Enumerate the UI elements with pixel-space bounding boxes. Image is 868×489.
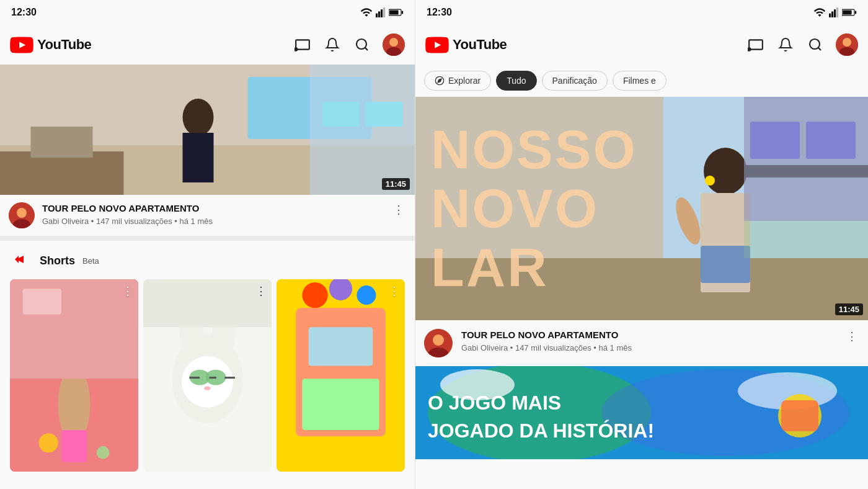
short-card-3[interactable]: ⋮	[277, 279, 405, 472]
avatar-right[interactable]	[836, 34, 858, 56]
svg-rect-20	[183, 133, 214, 182]
svg-rect-21	[310, 65, 415, 195]
svg-rect-56	[834, 9, 836, 17]
svg-rect-54	[829, 14, 831, 17]
yt-logo-right: YouTube	[425, 37, 742, 53]
svg-rect-18	[31, 127, 93, 158]
video-sub-right: Gabi Oliveira • 147 mil visualizações • …	[461, 343, 836, 352]
cast-icon-left	[294, 38, 311, 52]
svg-rect-23	[366, 102, 403, 127]
channel-avatar-img-left	[9, 202, 35, 228]
header-right: YouTube	[415, 25, 868, 65]
svg-rect-100	[781, 400, 818, 431]
video-title-left: TOUR PELO NOVO APARTAMENTO	[42, 202, 384, 215]
second-video-thumb[interactable]: O JOGO MAIS JOGADO DA HISTÓRIA!	[415, 366, 868, 459]
video-info-right: TOUR PELO NOVO APARTAMENTO Gabi Oliveira…	[415, 320, 868, 366]
svg-point-12	[389, 38, 398, 47]
battery-icon	[389, 8, 404, 17]
channel-avatar-img-right	[424, 329, 453, 357]
compass-icon	[435, 76, 445, 86]
signal-icon	[376, 7, 386, 17]
video-title-right: TOUR PELO NOVO APARTAMENTO	[461, 329, 836, 341]
main-video-thumb-right[interactable]: NOSSO NOVO LAR 11:45	[415, 97, 868, 320]
short-more-btn-2[interactable]: ⋮	[255, 284, 267, 298]
notifications-button-left[interactable]	[323, 35, 342, 54]
svg-rect-49	[309, 327, 373, 366]
duration-badge-right: 11:45	[835, 303, 863, 315]
svg-rect-1	[378, 11, 380, 17]
left-panel: 12:30	[0, 0, 415, 489]
yt-logo-text-right: YouTube	[453, 37, 507, 53]
shorts-header: Shorts Beta	[10, 249, 405, 272]
more-options-left[interactable]: ⋮	[391, 202, 406, 217]
svg-rect-61	[749, 40, 763, 49]
notifications-button-right[interactable]	[776, 35, 795, 54]
filter-chip-panificacao[interactable]: Panificação	[542, 71, 608, 91]
yt-logo-left: YouTube	[10, 37, 288, 53]
svg-rect-3	[383, 7, 385, 17]
svg-rect-44	[224, 377, 235, 379]
svg-point-76	[704, 148, 747, 195]
svg-rect-0	[376, 14, 378, 17]
youtube-logo-icon-left	[10, 37, 33, 53]
svg-point-8	[294, 47, 298, 52]
svg-rect-29	[61, 430, 87, 462]
search-button-left[interactable]	[353, 35, 371, 54]
svg-rect-5	[389, 10, 398, 14]
svg-rect-60	[855, 11, 856, 14]
status-icons-left	[360, 7, 404, 17]
svg-point-32	[97, 446, 110, 459]
cast-button-left[interactable]	[293, 35, 312, 54]
status-time-right: 12:30	[427, 7, 452, 18]
short-card-1[interactable]: ⋮	[10, 279, 138, 472]
bell-icon-left	[325, 37, 340, 52]
video-thumb-top[interactable]: 11:45	[0, 65, 415, 195]
video-sub-left: Gabi Oliveira • 147 mil visualizações • …	[42, 217, 384, 226]
svg-point-51	[302, 282, 327, 308]
short-scene-1	[10, 279, 138, 472]
search-button-right[interactable]	[806, 35, 825, 54]
svg-text:NOVO: NOVO	[431, 177, 599, 239]
shorts-label: Shorts	[40, 254, 75, 267]
yt-logo-text-left: YouTube	[37, 37, 91, 53]
filter-chip-tudo[interactable]: Tudo	[496, 71, 536, 91]
svg-rect-50	[302, 379, 379, 430]
avatar-image-left	[383, 34, 405, 56]
svg-rect-43	[190, 377, 200, 379]
header-icons-right	[746, 34, 858, 56]
svg-point-9	[356, 39, 366, 49]
svg-rect-7	[296, 40, 309, 49]
status-icons-right	[813, 7, 857, 17]
duration-badge-left: 11:45	[382, 178, 410, 190]
more-options-right[interactable]: ⋮	[844, 329, 859, 344]
wifi-icon	[360, 7, 373, 17]
channel-avatar-right[interactable]	[424, 329, 453, 357]
header-left: YouTube	[0, 25, 415, 65]
main-thumb-svg: NOSSO NOVO LAR	[415, 97, 868, 320]
svg-text:NOSSO: NOSSO	[431, 119, 637, 180]
filter-panificacao-label: Panificação	[552, 76, 597, 86]
cast-button-right[interactable]	[746, 35, 765, 54]
video-info-row-left: TOUR PELO NOVO APARTAMENTO Gabi Oliveira…	[0, 195, 415, 236]
filter-chip-filmes[interactable]: Filmes e	[613, 71, 666, 91]
svg-text:LAR: LAR	[431, 236, 549, 298]
short-card-2[interactable]: ⋮	[143, 279, 272, 472]
video-meta-right: TOUR PELO NOVO APARTAMENTO Gabi Oliveira…	[461, 329, 836, 352]
short-more-btn-3[interactable]: ⋮	[389, 284, 400, 298]
right-panel: 12:30	[415, 0, 868, 489]
svg-point-62	[748, 47, 751, 52]
svg-rect-84	[744, 97, 868, 258]
youtube-logo-icon-right	[425, 37, 449, 53]
shorts-section: Shorts Beta ⋮	[0, 241, 415, 478]
filter-chip-explorar[interactable]: Explorar	[424, 71, 491, 91]
channel-avatar-left[interactable]	[9, 202, 35, 228]
video-meta-left: TOUR PELO NOVO APARTAMENTO Gabi Oliveira…	[42, 202, 384, 226]
svg-point-45	[204, 387, 210, 390]
avatar-left[interactable]	[383, 34, 405, 56]
header-icons-left	[293, 34, 405, 56]
status-bar-left: 12:30	[0, 0, 415, 25]
svg-point-52	[356, 285, 376, 305]
filter-tudo-label: Tudo	[507, 76, 526, 86]
short-more-btn-1[interactable]: ⋮	[122, 284, 133, 298]
status-time-left: 12:30	[11, 7, 37, 18]
